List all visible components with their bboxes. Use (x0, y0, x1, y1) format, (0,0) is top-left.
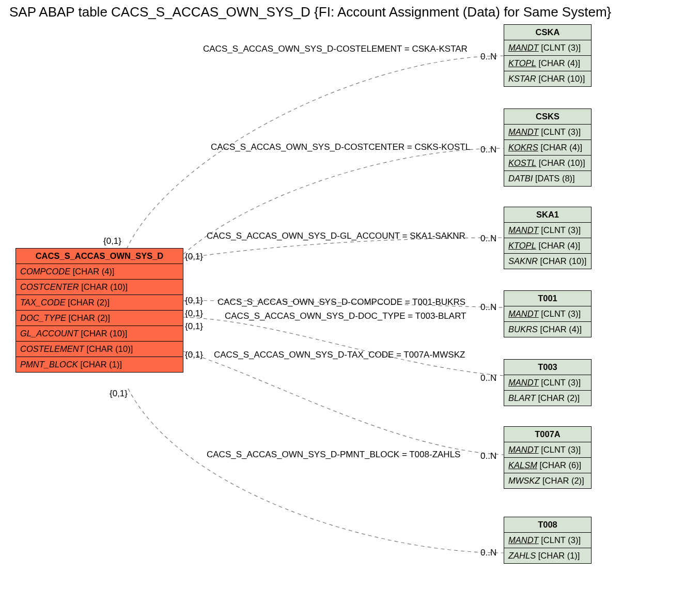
diagram-title: SAP ABAP table CACS_S_ACCAS_OWN_SYS_D {F… (9, 4, 611, 20)
field-row: DOC_TYPE [CHAR (2)] (16, 311, 183, 326)
entity-header: CSKA (504, 25, 591, 40)
entity-header: T001 (504, 291, 591, 306)
field-row: MANDT [CLNT (3)] (504, 533, 591, 548)
field-row: PMNT_BLOCK [CHAR (1)] (16, 357, 183, 372)
relation-label: CACS_S_ACCAS_OWN_SYS_D-TAX_CODE = T007A-… (214, 350, 465, 360)
field-row: KSTAR [CHAR (10)] (504, 71, 591, 86)
cardinality-tgt: 0..N (480, 234, 496, 244)
entity-source-header: CACS_S_ACCAS_OWN_SYS_D (16, 249, 183, 264)
field-row: TAX_CODE [CHAR (2)] (16, 295, 183, 311)
relation-label: CACS_S_ACCAS_OWN_SYS_D-COSTCENTER = CSKS… (211, 142, 470, 152)
relation-label: CACS_S_ACCAS_OWN_SYS_D-GL_ACCOUNT = SKA1… (207, 231, 465, 241)
entity-t007a: T007A MANDT [CLNT (3)] KALSM [CHAR (6)] … (504, 426, 592, 489)
field-row: KOKRS [CHAR (4)] (504, 140, 591, 156)
relation-label: CACS_S_ACCAS_OWN_SYS_D-COMPCODE = T001-B… (217, 297, 465, 307)
relation-label: CACS_S_ACCAS_OWN_SYS_D-COSTELEMENT = CSK… (203, 44, 468, 54)
entity-t003: T003 MANDT [CLNT (3)] BLART [CHAR (2)] (504, 359, 592, 406)
cardinality-tgt: 0..N (480, 548, 496, 558)
entity-header: CSKS (504, 109, 591, 125)
entity-source: CACS_S_ACCAS_OWN_SYS_D COMPCODE [CHAR (4… (15, 248, 183, 373)
cardinality-tgt: 0..N (480, 52, 496, 62)
cardinality-tgt: 0..N (480, 145, 496, 155)
entity-header: T003 (504, 360, 591, 375)
entity-t001: T001 MANDT [CLNT (3)] BUKRS [CHAR (4)] (504, 290, 592, 337)
cardinality-src: {0,1} (185, 321, 203, 332)
entity-header: T007A (504, 427, 591, 442)
cardinality-src: {0,1} (185, 252, 203, 262)
cardinality-tgt: 0..N (480, 302, 496, 313)
entity-header: T008 (504, 517, 591, 533)
field-row: MANDT [CLNT (3)] (504, 442, 591, 458)
field-row: MWSKZ [CHAR (2)] (504, 473, 591, 488)
field-row: SAKNR [CHAR (10)] (504, 254, 591, 269)
field-row: BLART [CHAR (2)] (504, 391, 591, 406)
field-row: KALSM [CHAR (6)] (504, 458, 591, 473)
entity-csks: CSKS MANDT [CLNT (3)] KOKRS [CHAR (4)] K… (504, 109, 592, 187)
entity-ska1: SKA1 MANDT [CLNT (3)] KTOPL [CHAR (4)] S… (504, 207, 592, 269)
cardinality-src: {0,1} (185, 350, 203, 360)
field-row: ZAHLS [CHAR (1)] (504, 548, 591, 563)
field-row: COSTELEMENT [CHAR (10)] (16, 342, 183, 357)
entity-t008: T008 MANDT [CLNT (3)] ZAHLS [CHAR (1)] (504, 517, 592, 564)
field-row: GL_ACCOUNT [CHAR (10)] (16, 326, 183, 342)
field-row: BUKRS [CHAR (4)] (504, 322, 591, 337)
relation-label: CACS_S_ACCAS_OWN_SYS_D-PMNT_BLOCK = T008… (207, 450, 460, 460)
field-row: MANDT [CLNT (3)] (504, 125, 591, 140)
cardinality-src: {0,1} (103, 236, 121, 246)
field-row: COMPCODE [CHAR (4)] (16, 264, 183, 280)
cardinality-src: {0,1} (185, 308, 203, 319)
field-row: KTOPL [CHAR (4)] (504, 56, 591, 71)
field-row: COSTCENTER [CHAR (10)] (16, 280, 183, 295)
field-row: KTOPL [CHAR (4)] (504, 238, 591, 254)
entity-cska: CSKA MANDT [CLNT (3)] KTOPL [CHAR (4)] K… (504, 24, 592, 87)
relation-label: CACS_S_ACCAS_OWN_SYS_D-DOC_TYPE = T003-B… (225, 311, 466, 321)
field-row: DATBI [DATS (8)] (504, 171, 591, 186)
field-row: KOSTL [CHAR (10)] (504, 156, 591, 171)
entity-header: SKA1 (504, 207, 591, 223)
field-row: MANDT [CLNT (3)] (504, 306, 591, 322)
field-row: MANDT [CLNT (3)] (504, 40, 591, 56)
cardinality-src: {0,1} (110, 389, 128, 399)
cardinality-tgt: 0..N (480, 373, 496, 383)
cardinality-tgt: 0..N (480, 451, 496, 461)
field-row: MANDT [CLNT (3)] (504, 223, 591, 238)
cardinality-src: {0,1} (185, 296, 203, 306)
field-row: MANDT [CLNT (3)] (504, 375, 591, 391)
